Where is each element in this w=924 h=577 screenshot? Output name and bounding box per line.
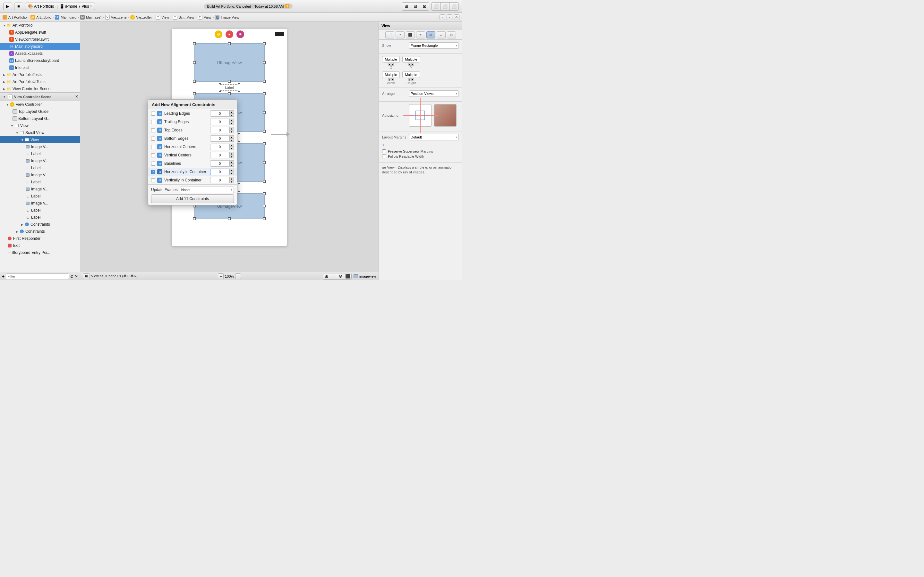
inspector-toggle[interactable]: ⬜ <box>449 3 459 10</box>
handle-ml-1[interactable] <box>193 61 196 64</box>
vcont-stepper-down[interactable]: ▼ <box>229 180 234 183</box>
handle-mr-4[interactable] <box>263 205 266 207</box>
handle-tm-1[interactable] <box>228 42 231 45</box>
handle-mr-2[interactable] <box>263 111 266 114</box>
tree-item-top-layout[interactable]: — Top Layout Guide <box>0 108 80 115</box>
baselines-input[interactable]: 0 <box>210 160 229 167</box>
canvas-mode-1[interactable]: ⊞ <box>323 274 330 279</box>
handle-bm-1[interactable] <box>228 80 231 83</box>
add-icon[interactable]: + <box>2 274 5 279</box>
tree-item-constraints2[interactable]: ▶ C Constraints <box>0 228 80 235</box>
handle-tr-1[interactable] <box>263 42 266 45</box>
tree-item-imageview5[interactable]: Image V... <box>0 200 80 207</box>
tree-item-imageview2[interactable]: Image V... <box>0 157 80 164</box>
tree-item-first-responder[interactable]: First Responder <box>0 235 80 242</box>
tree-item-label6[interactable]: L Label <box>0 214 80 221</box>
tree-item-inner-view[interactable]: ▾ View <box>0 136 80 143</box>
bottom-stepper-down[interactable]: ▼ <box>229 139 234 142</box>
show-control[interactable]: Frame Rectangle ▾ <box>409 42 459 49</box>
breadcrumb-prev[interactable]: ‹ <box>439 15 445 20</box>
file-tree-item-art-portfolio[interactable]: ▾ 📁 Art Portfolio <box>0 22 80 29</box>
bottom-stepper-up[interactable]: ▲ <box>229 135 234 139</box>
tree-item-constraints1[interactable]: ▶ C Constraints <box>0 221 80 228</box>
file-tree-item-appdelegate[interactable]: S AppDelegate.swift <box>0 29 80 36</box>
filter-input[interactable] <box>6 274 69 279</box>
follow-checkbox[interactable] <box>382 155 386 158</box>
handle-mr-3[interactable] <box>263 161 266 164</box>
width-field[interactable]: Multiple <box>382 71 400 78</box>
width-stepper-down[interactable]: ▼ <box>391 78 394 81</box>
run-button[interactable]: ▶ <box>3 3 12 10</box>
tree-item-exit[interactable]: Exit <box>0 242 80 249</box>
layout-margins-control[interactable]: Default ▾ <box>409 134 459 140</box>
canvas-mode-3[interactable]: ⊙ <box>337 274 344 279</box>
x-stepper-down[interactable]: ▼ <box>391 63 394 66</box>
top-checkbox[interactable] <box>151 128 155 132</box>
file-tree-item-plist[interactable]: P Info.plist <box>0 64 80 71</box>
zoom-out-button[interactable]: − <box>218 274 224 279</box>
hcont-input[interactable]: 0 <box>210 169 229 175</box>
label-handle-br[interactable] <box>238 90 240 92</box>
vcenters-stepper-up[interactable]: ▲ <box>229 152 234 155</box>
file-tree-item-tests[interactable]: ▶ 📁 Art PortfolioTests <box>0 71 80 78</box>
file-tree-item-launch[interactable]: SB LaunchScreen.storyboard <box>0 57 80 64</box>
vcont-stepper-up[interactable]: ▲ <box>229 177 234 180</box>
hcont-stepper-up[interactable]: ▲ <box>229 169 234 172</box>
vcenters-stepper-down[interactable]: ▼ <box>229 155 234 158</box>
top-stepper-up[interactable]: ▲ <box>229 127 234 130</box>
inspector-tab-size[interactable]: ⊞ <box>426 31 435 39</box>
height-field[interactable]: Multiple <box>402 71 420 78</box>
update-frames-select[interactable]: None ▾ <box>180 187 234 193</box>
handle-mr-1[interactable] <box>263 61 266 64</box>
trailing-input[interactable]: 0 <box>210 119 229 125</box>
inspector-tab-identity[interactable]: ⬛ <box>406 31 415 39</box>
label-handle-br3[interactable] <box>238 190 240 192</box>
canvas-mode-2[interactable]: ⬚ <box>330 274 337 279</box>
top-stepper-down[interactable]: ▼ <box>229 130 234 133</box>
label-handle-tr[interactable] <box>238 83 240 85</box>
tree-item-imageview3[interactable]: Image V... <box>0 171 80 179</box>
handle-bl-1[interactable] <box>193 80 196 83</box>
trailing-checkbox[interactable] <box>151 120 155 124</box>
breadcrumb-item-0[interactable]: 🎨 Art Portfolio <box>3 15 27 19</box>
top-input[interactable]: 0 <box>210 127 229 133</box>
handle-tm-2[interactable] <box>228 92 231 95</box>
hcenters-checkbox[interactable] <box>151 145 155 149</box>
trailing-stepper-down[interactable]: ▼ <box>229 122 234 125</box>
filter-scope-icon[interactable]: ⊙ <box>70 274 73 279</box>
handle-tl-2[interactable] <box>193 92 196 95</box>
handle-tr-4[interactable] <box>263 192 266 195</box>
breadcrumb-item-7[interactable]: □ Scr...View <box>173 15 194 19</box>
standard-editor-button[interactable]: ⊞ <box>402 3 411 10</box>
inspector-tab-file[interactable]: 📄 <box>385 31 394 39</box>
tree-item-imageview1[interactable]: Image V... <box>0 143 80 150</box>
tree-item-label5[interactable]: L Label <box>0 207 80 214</box>
breadcrumb-item-6[interactable]: □ View <box>156 15 169 19</box>
tree-item-label4[interactable]: L Label <box>0 193 80 200</box>
vcenters-checkbox[interactable] <box>151 153 155 157</box>
breadcrumb-item-8[interactable]: □ View <box>198 15 212 19</box>
hcont-stepper-down[interactable]: ▼ <box>229 172 234 175</box>
y-field[interactable]: Multiple <box>402 56 420 63</box>
inspector-tab-quickhelp[interactable]: ? <box>396 31 405 39</box>
fit-button[interactable]: ⊞ <box>83 274 90 279</box>
file-tree-item-main-storyboard[interactable]: SB Main.storyboard <box>0 43 80 50</box>
add-layout-margins-btn[interactable]: + <box>382 142 387 147</box>
tree-item-label2[interactable]: L Label <box>0 164 80 171</box>
baselines-stepper-up[interactable]: ▲ <box>229 160 234 163</box>
filter-clear-icon[interactable]: ✕ <box>75 274 78 279</box>
vcenters-input[interactable]: 0 <box>210 152 229 158</box>
handle-br-4[interactable] <box>263 218 266 220</box>
breadcrumb-item-3[interactable]: M Mai...ase) <box>80 15 102 19</box>
y-stepper-down[interactable]: ▼ <box>411 63 414 66</box>
breadcrumb-next[interactable]: › <box>447 15 452 20</box>
file-tree-item-uitests[interactable]: ▶ 📁 Art PortfolioUITests <box>0 78 80 85</box>
tree-item-view[interactable]: ▾ View <box>0 122 80 129</box>
inspector-tab-bindings[interactable]: ⊟ <box>447 31 456 39</box>
vcont-input[interactable]: 0 <box>210 177 229 183</box>
width-stepper-up[interactable]: ▲ <box>388 78 391 81</box>
tree-item-label3[interactable]: L Label <box>0 179 80 185</box>
tree-item-imageview4[interactable]: Image V... <box>0 185 80 193</box>
trailing-stepper-up[interactable]: ▲ <box>229 119 234 122</box>
label-handle-tr3[interactable] <box>238 183 240 185</box>
